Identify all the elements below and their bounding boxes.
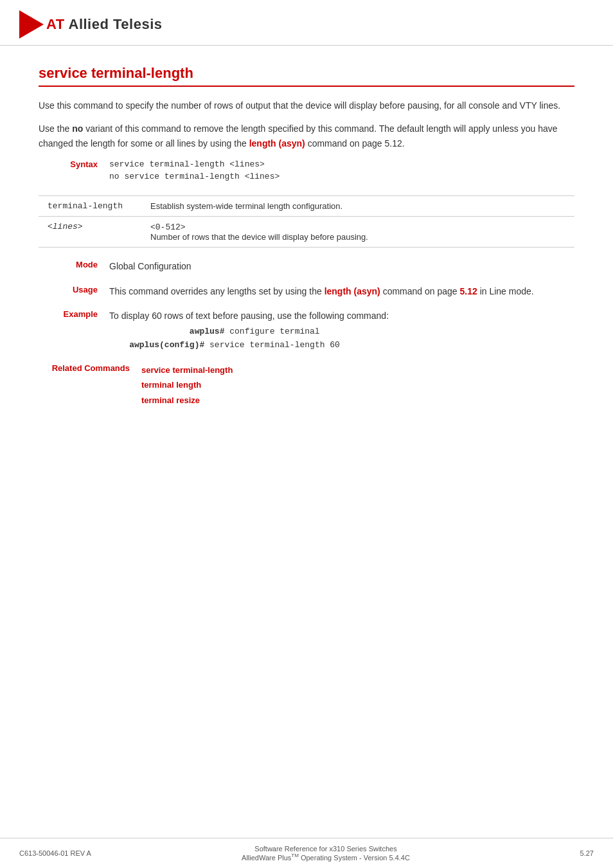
param-name-2: <lines>: [39, 217, 141, 248]
example-line1: awplus# configure terminal: [109, 325, 574, 339]
footer-doc-id: C613-50046-01 REV A: [19, 849, 96, 857]
mode-value: Global Configuration: [109, 259, 574, 273]
param-desc-2: <0-512> Number of rows that the device w…: [141, 217, 574, 248]
param-range: <0-512>: [150, 222, 186, 232]
logo: AT Allied Telesis: [19, 10, 162, 39]
mode-label: Mode: [39, 259, 109, 269]
footer-title: Software Reference for x310 Series Switc…: [96, 845, 555, 853]
related-commands-section: Related Commands service terminal-length…: [39, 363, 574, 408]
syntax-line1: service terminal-length <lines>: [109, 159, 574, 169]
syntax-section: Syntax service terminal-length <lines> n…: [39, 159, 574, 184]
page-title: service terminal-length: [39, 65, 574, 87]
table-row: terminal-length Establish system-wide te…: [39, 196, 574, 217]
example-desc: To display 60 rows of text before pausin…: [109, 311, 389, 321]
main-content: service terminal-length Use this command…: [0, 46, 613, 437]
example-prompt-2: awplus(config)#: [129, 340, 204, 350]
description-1: Use this command to specify the number o…: [39, 98, 574, 113]
mode-section: Mode Global Configuration: [39, 259, 574, 273]
footer-tm: TM: [291, 853, 299, 858]
logo-text: AT Allied Telesis: [46, 16, 162, 33]
related-commands-label: Related Commands: [39, 363, 141, 373]
logo-at: AT: [46, 16, 65, 32]
syntax-content: service terminal-length <lines> no servi…: [109, 159, 574, 184]
parameter-table: terminal-length Establish system-wide te…: [39, 195, 574, 248]
related-link-1[interactable]: service terminal-length: [141, 363, 233, 377]
syntax-line2: no service terminal-length <lines>: [109, 172, 574, 181]
usage-page-link[interactable]: 5.12: [460, 286, 477, 296]
syntax-label: Syntax: [39, 159, 109, 169]
param-desc-1: Establish system-wide terminal length co…: [141, 196, 574, 217]
usage-body: This command overrides any lengths set b…: [109, 284, 574, 298]
description-2: Use the no variant of this command to re…: [39, 122, 574, 150]
related-links-list: service terminal-length terminal length …: [141, 363, 233, 408]
example-prompt-1: awplus#: [190, 327, 225, 336]
footer-page-num: 5.27: [555, 849, 594, 857]
example-line2: awplus(config)# service terminal-length …: [109, 339, 574, 352]
footer-version: AlliedWare PlusTM Operating System - Ver…: [96, 853, 555, 862]
footer-version-suffix: Operating System - Version 5.4.4C: [299, 854, 410, 862]
related-link-2[interactable]: terminal length: [141, 377, 233, 392]
footer-center: Software Reference for x310 Series Switc…: [96, 845, 555, 862]
related-link-3[interactable]: terminal resize: [141, 393, 233, 408]
footer-product: AlliedWare Plus: [242, 854, 291, 862]
page-header: AT Allied Telesis: [0, 0, 613, 46]
logo-triangle-icon: [19, 10, 44, 39]
table-row: <lines> <0-512> Number of rows that the …: [39, 217, 574, 248]
no-keyword: no: [72, 123, 83, 134]
usage-label: Usage: [39, 284, 109, 294]
usage-section: Usage This command overrides any lengths…: [39, 284, 574, 298]
example-code: awplus# configure terminal awplus(config…: [109, 325, 574, 352]
param-name-1: terminal-length: [39, 196, 141, 217]
example-body: To display 60 rows of text before pausin…: [109, 309, 574, 352]
page-footer: C613-50046-01 REV A Software Reference f…: [0, 838, 613, 868]
example-section: Example To display 60 rows of text befor…: [39, 309, 574, 352]
example-label: Example: [39, 309, 109, 319]
usage-length-asyn-link[interactable]: length (asyn): [324, 286, 380, 296]
length-asyn-link[interactable]: length (asyn): [249, 138, 305, 149]
